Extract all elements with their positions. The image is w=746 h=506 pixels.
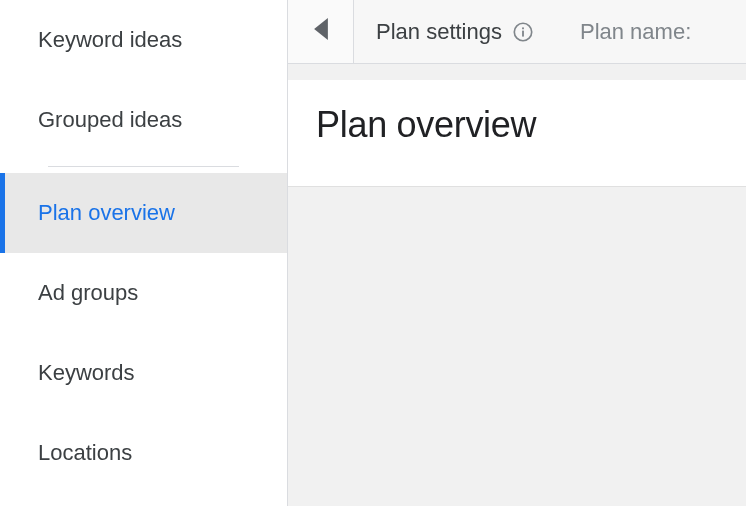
plan-settings-text: Plan settings — [376, 19, 502, 45]
sidebar-item-keywords[interactable]: Keywords — [0, 333, 287, 413]
sidebar-item-keyword-ideas[interactable]: Keyword ideas — [0, 0, 287, 80]
sidebar-item-label: Keywords — [38, 360, 135, 386]
triangle-left-icon — [312, 18, 330, 44]
plan-settings-label-group[interactable]: Plan settings — [376, 19, 534, 45]
page-title: Plan overview — [316, 104, 718, 146]
sidebar-divider — [48, 166, 239, 167]
sidebar-item-ad-groups[interactable]: Ad groups — [0, 253, 287, 333]
sidebar-item-label: Locations — [38, 440, 132, 466]
collapse-sidebar-button[interactable] — [288, 0, 354, 64]
plan-name-label[interactable]: Plan name: — [580, 19, 691, 45]
svg-rect-1 — [522, 30, 524, 36]
sidebar-item-label: Keyword ideas — [38, 27, 182, 53]
sidebar-item-label: Plan overview — [38, 200, 175, 226]
plan-settings-bar: Plan settings Plan name: — [288, 0, 746, 64]
svg-rect-2 — [522, 27, 524, 29]
sidebar-item-label: Grouped ideas — [38, 107, 182, 133]
sidebar: Keyword ideas Grouped ideas Plan overvie… — [0, 0, 288, 506]
info-icon[interactable] — [512, 21, 534, 43]
content-card: Plan overview — [288, 80, 746, 187]
sidebar-item-grouped-ideas[interactable]: Grouped ideas — [0, 80, 287, 160]
sidebar-item-locations[interactable]: Locations — [0, 413, 287, 493]
sidebar-item-label: Ad groups — [38, 280, 138, 306]
sidebar-item-plan-overview[interactable]: Plan overview — [0, 173, 287, 253]
main-area: Plan settings Plan name: Plan overview — [288, 0, 746, 506]
